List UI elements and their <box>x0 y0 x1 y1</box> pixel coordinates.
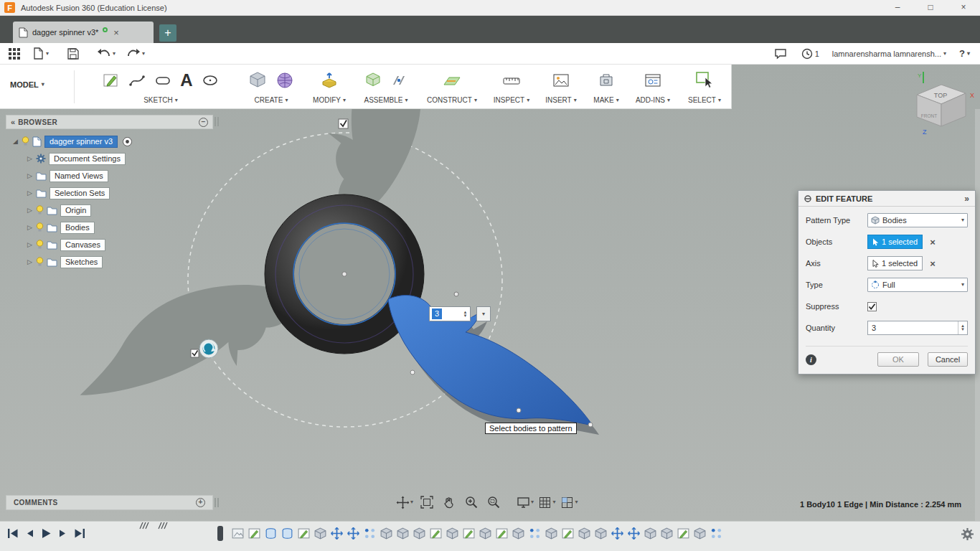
inspect-menu[interactable]: INSPECT▾ <box>485 96 538 104</box>
spline-tool-button[interactable] <box>128 72 146 89</box>
redo-button[interactable]: ▾ <box>127 48 145 59</box>
blade-tip-point[interactable] <box>588 423 593 427</box>
grid-snap-button[interactable]: ▾ <box>539 494 556 511</box>
cancel-button[interactable]: Cancel <box>928 352 968 367</box>
document-tab[interactable]: dagger spinner v3* × <box>13 22 154 43</box>
app-grid-button[interactable] <box>9 48 20 60</box>
play-button[interactable] <box>41 528 52 539</box>
minimize-button[interactable]: – <box>881 0 914 15</box>
pan-button[interactable]: ▾ <box>396 494 413 511</box>
timeline-feature-sketch-icon[interactable] <box>429 527 443 540</box>
expand-arrow-icon[interactable]: ▷ <box>27 241 36 248</box>
dialog-header[interactable]: EDIT FEATURE » <box>798 191 975 207</box>
axis-selection-button[interactable]: 1 selected <box>867 256 923 270</box>
browser-item-bodies[interactable]: ▷ Bodies <box>27 220 95 235</box>
maximize-button[interactable]: □ <box>914 0 947 15</box>
undo-button[interactable]: ▾ <box>98 48 116 59</box>
timeline-feature-canvas-icon[interactable] <box>231 527 245 540</box>
timeline-feature-pattern-icon[interactable] <box>363 527 377 540</box>
browser-item-label[interactable]: Document Settings <box>49 153 126 165</box>
browser-item-named-views[interactable]: ▷ Named Views <box>27 169 108 183</box>
browser-item-label[interactable]: Named Views <box>50 170 108 182</box>
pattern-suppress-checkbox-left[interactable] <box>191 349 199 357</box>
select-menu[interactable]: SELECT▾ <box>677 96 732 104</box>
insert-menu[interactable]: INSERT▾ <box>538 96 584 104</box>
browser-root-row[interactable]: ◢ dagger spinner v3 <box>13 134 136 149</box>
expand-arrow-icon[interactable]: ▷ <box>27 224 36 231</box>
timeline-feature-extrude-icon[interactable] <box>594 527 608 540</box>
file-menu-button[interactable]: ▾ <box>33 47 49 60</box>
timeline-feature-sketch-icon[interactable] <box>297 527 311 540</box>
spin-down-icon[interactable]: ▼ <box>463 314 468 318</box>
close-window-button[interactable]: × <box>947 0 980 15</box>
timeline-feature-extrude-icon[interactable] <box>413 527 426 540</box>
timeline-feature-extrude-icon[interactable] <box>644 527 657 540</box>
panel-splitter-grip[interactable] <box>215 498 219 507</box>
timeline-feature-extrude-icon[interactable] <box>512 527 525 540</box>
timeline-position-marker[interactable] <box>217 526 223 541</box>
assemble-menu[interactable]: ASSEMBLE▾ <box>353 96 419 104</box>
joint-button[interactable] <box>390 72 407 89</box>
add-comment-button[interactable]: + <box>196 498 205 507</box>
insert-canvas-button[interactable] <box>552 72 570 88</box>
addins-menu[interactable]: ADD-INS▾ <box>628 96 677 104</box>
visibility-bulb-icon[interactable] <box>36 257 44 267</box>
step-forward-button[interactable] <box>58 529 67 538</box>
zoom-button[interactable] <box>463 494 480 511</box>
browser-item-canvases[interactable]: ▷ Canvases <box>27 237 105 252</box>
quantity-input[interactable]: 3 ▲▼ <box>429 306 471 321</box>
timeline-feature-sketch-icon[interactable] <box>495 527 509 540</box>
browser-item-sketches[interactable]: ▷ Sketches <box>27 255 103 269</box>
browser-item-label[interactable]: Sketches <box>60 256 103 268</box>
browser-item-origin[interactable]: ▷ Origin <box>27 203 91 217</box>
timeline-feature-extrude-icon[interactable] <box>693 527 707 540</box>
browser-item-selection-sets[interactable]: ▷ Selection Sets <box>27 186 110 200</box>
press-pull-button[interactable] <box>320 71 339 90</box>
timeline-feature-extrude-icon[interactable] <box>380 527 393 540</box>
clear-axis-button[interactable]: × <box>930 258 936 269</box>
center-point[interactable] <box>342 272 347 276</box>
ellipse-tool-button[interactable] <box>202 72 219 89</box>
activate-component-radio[interactable] <box>122 136 133 147</box>
expand-arrow-icon[interactable]: ▷ <box>27 189 36 197</box>
rotate-manipulator[interactable] <box>199 339 218 358</box>
axis-point[interactable] <box>454 292 458 296</box>
make-3d-print-button[interactable] <box>598 72 615 88</box>
fit-view-button[interactable] <box>418 494 435 511</box>
timeline-feature-pattern-icon[interactable] <box>528 527 542 540</box>
close-tab-icon[interactable]: × <box>113 27 119 38</box>
type-select[interactable]: Full ▾ <box>867 278 968 292</box>
skip-to-start-button[interactable] <box>7 528 19 539</box>
job-status-button[interactable]: 1 <box>801 48 819 60</box>
expand-arrow-icon[interactable]: ▷ <box>27 155 36 162</box>
timeline-feature-extrude-icon[interactable] <box>479 527 492 540</box>
visibility-bulb-icon[interactable] <box>22 136 29 146</box>
comments-button[interactable] <box>774 48 787 60</box>
spin-down-icon[interactable]: ▼ <box>961 328 965 331</box>
timeline-feature-extrude-icon[interactable] <box>396 527 410 540</box>
display-settings-button[interactable]: ▾ <box>517 494 534 511</box>
browser-item-label[interactable]: Origin <box>60 204 91 217</box>
visibility-bulb-icon[interactable] <box>36 205 44 215</box>
timeline-feature-sketch-icon[interactable] <box>248 527 261 540</box>
comments-panel-header[interactable]: COMMENTS + <box>6 495 213 510</box>
timeline-settings-button[interactable] <box>961 527 974 544</box>
workspace-switcher[interactable]: MODEL ▾ <box>10 80 44 89</box>
input-options-dropdown[interactable]: ▾ <box>476 306 491 321</box>
info-icon[interactable]: i <box>806 354 816 365</box>
pattern-type-select[interactable]: Bodies ▾ <box>867 213 968 227</box>
browser-item-label[interactable]: Canvases <box>60 239 105 251</box>
timeline-feature-extrude-icon[interactable] <box>545 527 558 540</box>
view-cube[interactable]: Y TOP FRONT X Z <box>917 72 974 136</box>
timeline-feature-move-icon[interactable] <box>347 527 360 540</box>
browser-panel-header[interactable]: « BROWSER – <box>6 115 213 129</box>
new-component-button[interactable] <box>364 72 382 89</box>
ok-button[interactable]: OK <box>877 352 919 367</box>
viewports-button[interactable]: ▾ <box>561 494 578 511</box>
panel-splitter-grip[interactable] <box>215 117 219 126</box>
panel-display-toggle[interactable]: – <box>199 118 208 127</box>
zoom-window-button[interactable] <box>485 494 502 511</box>
timeline-feature-extrude-icon[interactable] <box>660 527 674 540</box>
text-tool-button[interactable]: A <box>180 72 192 89</box>
timeline-feature-sketch-icon[interactable] <box>462 527 476 540</box>
